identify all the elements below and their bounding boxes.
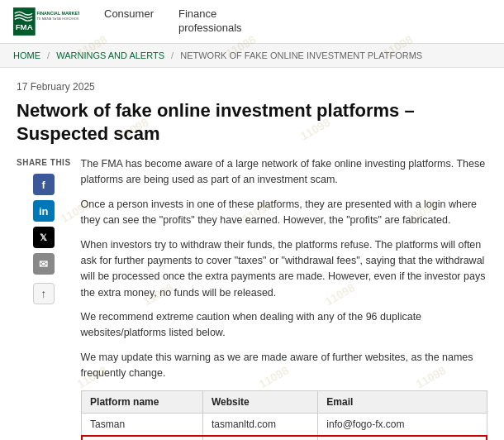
breadcrumb-warnings[interactable]: WARNINGS AND ALERTS — [56, 50, 164, 60]
main-nav: Consumer Finance professionals — [104, 7, 242, 36]
twitter-share-button[interactable]: 𝕏 — [33, 227, 55, 248]
col-header-website: Website — [202, 390, 317, 413]
scroll-up-button[interactable]: ↑ — [33, 283, 55, 304]
share-label: SHARE THIS — [17, 158, 71, 167]
share-column: SHARE THIS f in 𝕏 ✉ ↑ — [17, 156, 71, 440]
cell-website: tasmaltd.com — [202, 436, 317, 441]
linkedin-share-button[interactable]: in — [33, 200, 55, 222]
article-date: 17 February 2025 — [17, 81, 487, 93]
platforms-table: Platform name Website Email Tasmantasman… — [81, 390, 487, 441]
nav-finance-professionals[interactable]: Finance professionals — [178, 7, 242, 36]
breadcrumb-current: NETWORK OF FAKE ONLINE INVESTMENT PLATFO… — [180, 50, 422, 60]
table-row: Tasmantasmanltd.cominfo@fogo-fx.com — [82, 413, 487, 436]
cell-email: support@tasmaltd.com — [318, 436, 487, 441]
article-body: The FMA has become aware of a large netw… — [81, 156, 487, 440]
email-share-button[interactable]: ✉ — [33, 253, 55, 275]
nav-consumer[interactable]: Consumer — [104, 7, 154, 36]
body-paragraph-2: Once a person invests in one of these pl… — [81, 197, 487, 229]
article-title: Network of fake online investment platfo… — [17, 99, 487, 145]
body-paragraph-3: When investors try to withdraw their fun… — [81, 237, 487, 302]
table-row: Tasman FXtasmaltd.comsupport@tasmaltd.co… — [82, 436, 487, 441]
facebook-share-button[interactable]: f — [33, 174, 55, 195]
fma-logo: FMA FINANCIAL MARKETS AUTHORITY TE MANA … — [13, 7, 79, 36]
content-area: SHARE THIS f in 𝕏 ✉ ↑ The FMA has become… — [17, 156, 487, 440]
cell-website: tasmanltd.com — [202, 413, 317, 436]
main-content: 17 February 2025 Network of fake online … — [0, 68, 504, 440]
logo-area: FMA FINANCIAL MARKETS AUTHORITY TE MANA … — [13, 7, 79, 36]
svg-text:FMA: FMA — [16, 22, 33, 31]
cell-email: info@fogo-fx.com — [318, 413, 487, 436]
cell-name: Tasman — [82, 413, 203, 436]
body-paragraph-4: We recommend extreme caution when dealin… — [81, 309, 487, 342]
svg-text:TE MANA TĀTAI HOKOHOKO: TE MANA TĀTAI HOKOHOKO — [36, 17, 79, 21]
body-paragraph-5: We may update this warning as we are mad… — [81, 350, 487, 382]
breadcrumb-sep-1: / — [47, 50, 50, 60]
table-header-row: Platform name Website Email — [82, 390, 487, 413]
header: FMA FINANCIAL MARKETS AUTHORITY TE MANA … — [0, 0, 504, 44]
svg-text:FINANCIAL MARKETS AUTHORITY: FINANCIAL MARKETS AUTHORITY — [36, 11, 79, 16]
cell-name: Tasman FX — [82, 436, 203, 441]
breadcrumb-sep-2: / — [171, 50, 174, 60]
col-header-platform: Platform name — [82, 390, 203, 413]
col-header-email: Email — [318, 390, 487, 413]
body-paragraph-1: The FMA has become aware of a large netw… — [81, 156, 487, 189]
breadcrumb: HOME / WARNINGS AND ALERTS / NETWORK OF … — [0, 44, 504, 68]
breadcrumb-home[interactable]: HOME — [13, 50, 40, 60]
